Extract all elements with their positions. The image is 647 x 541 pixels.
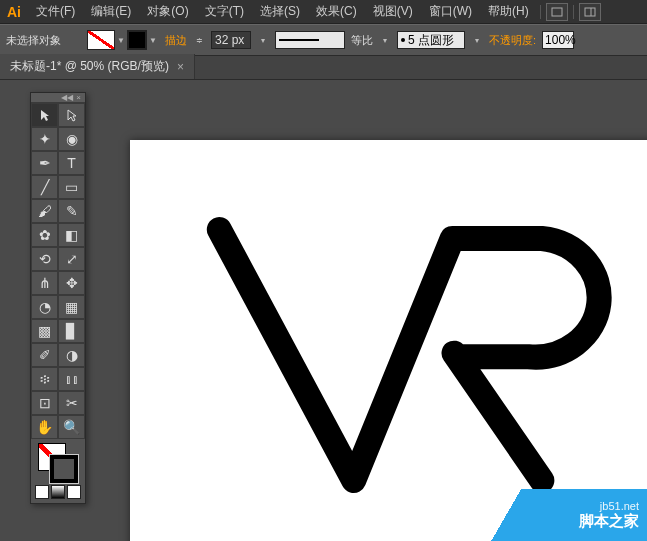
none-mode-btn[interactable] bbox=[67, 485, 81, 499]
tool-pencil[interactable]: ✎ bbox=[58, 199, 85, 223]
menu-bar: Ai 文件(F) 编辑(E) 对象(O) 文字(T) 选择(S) 效果(C) 视… bbox=[0, 0, 647, 24]
fill-stroke-swatches[interactable] bbox=[38, 443, 78, 483]
menu-view[interactable]: 视图(V) bbox=[365, 0, 421, 23]
opacity-field[interactable]: 100% bbox=[542, 31, 574, 49]
control-bar: 未选择对象 ▼ ▼ 描边 ≑ 32 px ▾ 等比 ▾ 5 点圆形 ▾ 不透明度… bbox=[0, 24, 647, 56]
dot-icon bbox=[401, 38, 405, 42]
tool-blend[interactable]: ◑ bbox=[58, 343, 85, 367]
tool-shape-builder[interactable]: ◔ bbox=[31, 295, 58, 319]
tool-direct-selection[interactable] bbox=[58, 103, 85, 127]
tools-panel-header[interactable]: ◀◀× bbox=[31, 93, 85, 103]
fill-swatch[interactable] bbox=[87, 30, 115, 50]
document-tab[interactable]: 未标题-1* @ 50% (RGB/预览) × bbox=[0, 54, 195, 79]
tool-symbol-sprayer[interactable]: ፨ bbox=[31, 367, 58, 391]
tool-brush[interactable]: 🖌 bbox=[31, 199, 58, 223]
selection-status: 未选择对象 bbox=[6, 33, 61, 48]
gradient-mode-btn[interactable] bbox=[51, 485, 65, 499]
artboard[interactable] bbox=[130, 140, 647, 541]
menu-object[interactable]: 对象(O) bbox=[139, 0, 196, 23]
color-mode-btn[interactable] bbox=[35, 485, 49, 499]
brush-profile-text: 5 点圆形 bbox=[408, 32, 454, 49]
tool-hand[interactable]: ✋ bbox=[31, 415, 58, 439]
tool-pen[interactable]: ✒ bbox=[31, 151, 58, 175]
stroke-weight-field[interactable]: 32 px bbox=[211, 31, 251, 49]
stroke-label[interactable]: 描边 bbox=[165, 33, 187, 48]
tool-free-transform[interactable]: ✥ bbox=[58, 271, 85, 295]
tool-blob-brush[interactable]: ✿ bbox=[31, 223, 58, 247]
stroke-stepper[interactable]: ≑ bbox=[193, 31, 205, 49]
stroke-swatch-large[interactable] bbox=[50, 455, 78, 483]
separator bbox=[540, 5, 541, 19]
tool-scale[interactable]: ⤢ bbox=[58, 247, 85, 271]
tool-rotate[interactable]: ⟲ bbox=[31, 247, 58, 271]
layout-button-1[interactable] bbox=[546, 3, 568, 21]
scale-label: 等比 bbox=[351, 33, 373, 48]
watermark: jb51.net 脚本之家 bbox=[487, 489, 647, 541]
menu-effect[interactable]: 效果(C) bbox=[308, 0, 365, 23]
document-tab-bar: 未标题-1* @ 50% (RGB/预览) × bbox=[0, 56, 647, 80]
tool-artboard[interactable]: ⊡ bbox=[31, 391, 58, 415]
tool-lasso[interactable]: ◉ bbox=[58, 127, 85, 151]
separator bbox=[573, 5, 574, 19]
tools-panel: ◀◀× ✦ ◉ ✒ T ╱ ▭ 🖌 ✎ ✿ ◧ ⟲ ⤢ ⋔ ✥ ◔ ▦ ▩ ▊ … bbox=[30, 92, 86, 504]
menu-edit[interactable]: 编辑(E) bbox=[83, 0, 139, 23]
watermark-url: jb51.net bbox=[600, 500, 639, 512]
opacity-label[interactable]: 不透明度: bbox=[489, 33, 536, 48]
doc-icon bbox=[551, 7, 563, 17]
black-swatch-icon bbox=[128, 31, 146, 49]
tool-magic-wand[interactable]: ✦ bbox=[31, 127, 58, 151]
watermark-text: 脚本之家 bbox=[579, 512, 639, 531]
svg-rect-1 bbox=[585, 8, 595, 16]
stroke-preview-icon bbox=[279, 39, 319, 41]
stroke-dropdown[interactable]: ▼ bbox=[147, 31, 159, 49]
stroke-weight-dropdown[interactable]: ▾ bbox=[257, 31, 269, 49]
stroke-swatch[interactable] bbox=[127, 30, 147, 50]
tool-eraser[interactable]: ◧ bbox=[58, 223, 85, 247]
menu-window[interactable]: 窗口(W) bbox=[421, 0, 480, 23]
tool-rectangle[interactable]: ▭ bbox=[58, 175, 85, 199]
tool-line[interactable]: ╱ bbox=[31, 175, 58, 199]
variable-width-field[interactable] bbox=[275, 31, 345, 49]
tool-graph[interactable]: ⫾⫾ bbox=[58, 367, 85, 391]
work-area: ◀◀× ✦ ◉ ✒ T ╱ ▭ 🖌 ✎ ✿ ◧ ⟲ ⤢ ⋔ ✥ ◔ ▦ ▩ ▊ … bbox=[0, 80, 647, 541]
collapse-icon: ◀◀ bbox=[61, 93, 73, 102]
layout-icon bbox=[584, 7, 596, 17]
document-tab-title: 未标题-1* @ 50% (RGB/预览) bbox=[10, 58, 169, 75]
close-tab-icon[interactable]: × bbox=[177, 60, 184, 74]
brush-profile-field[interactable]: 5 点圆形 bbox=[397, 31, 465, 49]
menu-select[interactable]: 选择(S) bbox=[252, 0, 308, 23]
tool-mesh[interactable]: ▩ bbox=[31, 319, 58, 343]
menu-file[interactable]: 文件(F) bbox=[28, 0, 83, 23]
menu-type[interactable]: 文字(T) bbox=[197, 0, 252, 23]
tool-perspective[interactable]: ▦ bbox=[58, 295, 85, 319]
layout-button-2[interactable] bbox=[579, 3, 601, 21]
tool-gradient[interactable]: ▊ bbox=[58, 319, 85, 343]
svg-rect-0 bbox=[552, 8, 562, 16]
tool-selection[interactable] bbox=[31, 103, 58, 127]
fill-stroke-block bbox=[31, 439, 85, 503]
close-icon: × bbox=[76, 93, 81, 102]
tool-zoom[interactable]: 🔍 bbox=[58, 415, 85, 439]
fill-dropdown[interactable]: ▼ bbox=[115, 31, 127, 49]
tool-slice[interactable]: ✂ bbox=[58, 391, 85, 415]
tool-width[interactable]: ⋔ bbox=[31, 271, 58, 295]
tool-type[interactable]: T bbox=[58, 151, 85, 175]
profile-dropdown[interactable]: ▾ bbox=[471, 31, 483, 49]
artwork-vr bbox=[130, 140, 647, 541]
tool-eyedropper[interactable]: ✐ bbox=[31, 343, 58, 367]
scale-dropdown[interactable]: ▾ bbox=[379, 31, 391, 49]
menu-help[interactable]: 帮助(H) bbox=[480, 0, 537, 23]
app-logo: Ai bbox=[0, 0, 28, 24]
